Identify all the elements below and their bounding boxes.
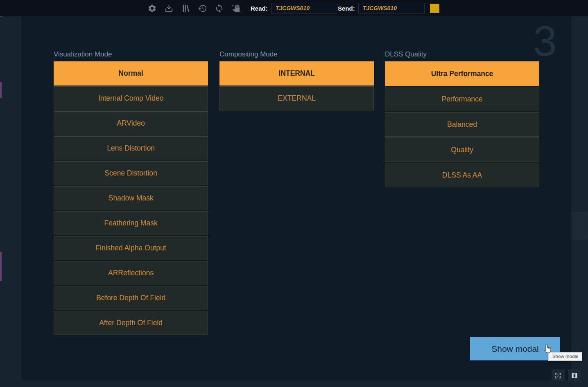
option-finished-alpha-output[interactable]: Finished Alpha Output [54, 236, 208, 260]
mouse-cursor-pointer [543, 343, 553, 354]
show-modal-tooltip: Show modal [548, 352, 582, 361]
option-before-depth-of-field[interactable]: Before Depth Of Field [54, 286, 208, 310]
column-title: DLSS Quality [385, 50, 539, 61]
option-internal[interactable]: INTERNAL [219, 61, 374, 86]
send-input[interactable] [358, 3, 425, 14]
option-balanced[interactable]: Balanced [385, 112, 539, 137]
column-title: Visualization Mode [54, 50, 208, 61]
right-panel-strip [571, 16, 588, 387]
option-scene-distortion[interactable]: Scene Distortion [54, 161, 208, 185]
show-modal-label: Show modal [491, 344, 539, 354]
option-performance[interactable]: Performance [385, 87, 539, 111]
option-arvideo[interactable]: ARVideo [54, 111, 208, 135]
column-options: INTERNALEXTERNAL [219, 61, 374, 110]
read-label: Read: [251, 5, 268, 12]
history-icon[interactable] [197, 3, 208, 14]
option-ultra-performance[interactable]: Ultra Performance [385, 61, 539, 86]
settings-icon[interactable] [147, 3, 157, 14]
screen-edge-artifact [0, 82, 2, 98]
send-label: Send: [338, 5, 355, 12]
column-title: Compositing Mode [219, 50, 374, 61]
option-lens-distortion[interactable]: Lens Distortion [54, 136, 208, 160]
option-quality[interactable]: Quality [385, 137, 539, 162]
option-arreflections[interactable]: ARReflections [54, 261, 208, 285]
option-internal-comp-video[interactable]: Internal Comp Video [54, 86, 208, 110]
scrollbar-thumb[interactable] [572, 212, 588, 240]
fit-screen-icon [554, 372, 562, 379]
map-button[interactable] [568, 369, 581, 381]
map-icon [571, 372, 578, 379]
top-toolbar: Read: Send: [0, 0, 588, 16]
sync-icon[interactable] [214, 3, 224, 14]
option-shadow-mask[interactable]: Shadow Mask [54, 186, 208, 210]
option-normal[interactable]: Normal [54, 61, 208, 86]
screen-edge-artifact [0, 252, 2, 281]
option-after-depth-of-field[interactable]: After Depth Of Field [54, 311, 208, 335]
fit-screen-button[interactable] [552, 369, 565, 381]
read-field-group: Read: [251, 3, 337, 14]
column-visualization-mode: Visualization Mode NormalInternal Comp V… [54, 50, 208, 336]
download-icon[interactable] [163, 3, 174, 14]
column-compositing-mode: Compositing Mode INTERNALEXTERNAL [219, 50, 374, 111]
read-input[interactable] [271, 3, 337, 14]
column-dlss-quality: DLSS Quality Ultra PerformancePerformanc… [385, 50, 539, 188]
toolbar-icon-group [147, 0, 241, 16]
library-icon[interactable] [180, 3, 191, 14]
status-indicator [430, 4, 439, 13]
pan-hand-icon[interactable] [231, 3, 241, 14]
option-external[interactable]: EXTERNAL [219, 86, 374, 110]
send-field-group: Send: [338, 3, 425, 14]
option-feathering-mask[interactable]: Feathering Mask [54, 211, 208, 235]
column-options: NormalInternal Comp VideoARVideoLens Dis… [54, 61, 208, 335]
column-options: Ultra PerformancePerformanceBalancedQual… [385, 61, 539, 187]
option-dlss-as-aa[interactable]: DLSS As AA [385, 163, 539, 187]
